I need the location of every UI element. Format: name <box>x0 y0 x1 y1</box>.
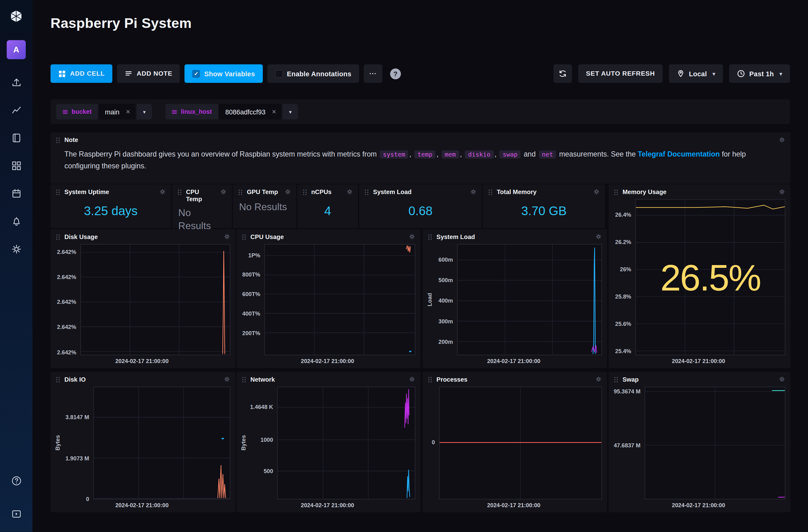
y-axis-ticks: 95.3674 M47.6837 M <box>611 386 644 499</box>
overflow-menu-button[interactable]: ··· <box>364 64 382 83</box>
y-tick-label: 1P% <box>248 252 260 258</box>
y-axis-ticks: 1P%800T%600T%400T%200T% <box>240 244 264 355</box>
sidebar-item-notebooks[interactable] <box>6 128 26 148</box>
x-axis-label: 2024-02-17 21:00:00 <box>426 355 602 367</box>
gear-icon[interactable] <box>224 233 231 242</box>
sidebar-item-help[interactable] <box>6 471 26 491</box>
help-badge[interactable]: ? <box>390 68 401 79</box>
sidebar-item-home[interactable] <box>0 0 33 33</box>
drag-handle-icon[interactable] <box>56 189 60 197</box>
measurement-chip: swap <box>500 150 521 159</box>
add-note-button[interactable]: ADD NOTE <box>117 64 180 83</box>
measurement-chip: temp <box>414 150 435 159</box>
y-axis-ticks: 26.4%26.2%26%25.8%25.6%25.4% <box>611 200 635 355</box>
cell-disk-io: Disk IO Bytes 3.8147 M1.9073 M0 2024-02-… <box>51 372 236 512</box>
drag-handle-icon[interactable] <box>238 189 243 197</box>
gear-icon[interactable] <box>595 233 602 242</box>
telegraf-doc-link[interactable]: Telegraf Documentation <box>638 150 720 158</box>
cell-title: System Load <box>437 233 591 241</box>
sidebar-item-data-explorer[interactable] <box>6 100 26 120</box>
drag-handle-icon[interactable] <box>56 376 60 385</box>
gear-icon[interactable] <box>220 189 227 197</box>
sidebar-item-dashboards[interactable] <box>6 156 26 175</box>
cell-title: CPU Usage <box>251 233 405 241</box>
variable-linux-host-value[interactable]: 8086adfccf93 ✕ <box>219 104 281 119</box>
cell-memory-usage: Memory Usage 26.4%26.2%26%25.8%25.6%25.4… <box>608 185 790 368</box>
clear-icon[interactable]: ✕ <box>272 109 276 115</box>
variable-bucket-label[interactable]: bucket <box>56 104 98 119</box>
dashboard-toolbar: ADD CELL ADD NOTE ✓ Show Variables Enabl… <box>51 64 790 83</box>
disk-usage-chart: 2.642%2.642%2.642%2.642%2.642% <box>54 244 231 355</box>
cell-title: Disk Usage <box>65 233 220 241</box>
drag-handle-icon[interactable] <box>614 189 619 197</box>
stat-value: 3.25 days <box>51 198 171 228</box>
drag-handle-icon[interactable] <box>177 189 182 197</box>
gear-icon[interactable] <box>595 376 602 384</box>
drag-handle-icon[interactable] <box>242 376 246 385</box>
gear-icon[interactable] <box>778 189 785 197</box>
y-tick-label: 400m <box>438 298 453 304</box>
y-tick-label: 600T% <box>242 291 260 297</box>
y-axis-title: Load <box>426 244 434 355</box>
refresh-button[interactable] <box>554 64 572 83</box>
drag-handle-icon[interactable] <box>242 234 246 242</box>
disk-io-chart: Bytes 3.8147 M1.9073 M0 <box>54 386 231 499</box>
drag-handle-icon[interactable] <box>614 376 619 385</box>
set-auto-refresh-button[interactable]: SET AUTO REFRESH <box>579 64 663 83</box>
y-axis-title: Bytes <box>54 386 61 499</box>
y-axis-ticks: 1.4648 K1000500 <box>247 386 277 499</box>
y-tick-label: 2.642% <box>57 299 76 305</box>
drag-handle-icon[interactable] <box>56 137 60 146</box>
gear-icon[interactable] <box>159 189 166 197</box>
sidebar-item-alerts[interactable] <box>6 212 26 231</box>
gear-icon[interactable] <box>409 233 416 242</box>
no-results-message: No Results <box>233 198 296 228</box>
show-variables-toggle[interactable]: ✓ Show Variables <box>185 64 262 83</box>
drag-handle-icon[interactable] <box>56 234 60 242</box>
clear-icon[interactable]: ✕ <box>126 109 130 115</box>
time-range-dropdown[interactable]: Past 1h ▾ <box>729 64 790 83</box>
y-tick-label: 500m <box>438 277 453 283</box>
variable-bucket-value[interactable]: main ✕ <box>99 104 135 119</box>
gear-icon[interactable] <box>284 189 291 197</box>
drag-handle-icon[interactable] <box>427 234 432 242</box>
drag-handle-icon[interactable] <box>427 376 432 385</box>
add-cell-button[interactable]: ADD CELL <box>51 64 113 83</box>
plot-area <box>645 386 785 499</box>
timezone-dropdown[interactable]: Local ▾ <box>669 64 723 83</box>
drag-handle-icon[interactable] <box>364 189 369 197</box>
variable-linux-host-caret[interactable]: ▾ <box>283 104 298 119</box>
toolbar-right: SET AUTO REFRESH Local ▾ Past 1h ▾ <box>554 64 790 83</box>
cell-title: Total Memory <box>497 189 589 196</box>
variable-bucket-caret[interactable]: ▾ <box>136 104 152 119</box>
cell-title: CPU Temp <box>186 189 216 203</box>
x-axis-label: 2024-02-17 21:00:00 <box>240 499 415 511</box>
gear-icon[interactable] <box>593 189 600 197</box>
gear-icon[interactable] <box>778 376 785 384</box>
sidebar-item-tasks[interactable] <box>6 184 26 203</box>
hamburger-icon <box>171 109 177 114</box>
y-tick-label: 1.9073 M <box>66 455 89 461</box>
sidebar-item-settings[interactable] <box>6 239 26 259</box>
plot-area <box>93 386 231 499</box>
sidebar-item-presentation[interactable] <box>6 504 26 524</box>
drag-handle-icon[interactable] <box>488 189 493 197</box>
drag-handle-icon[interactable] <box>302 189 307 197</box>
gear-icon[interactable] <box>778 136 785 145</box>
chevron-down-icon: ▾ <box>779 71 782 76</box>
gear-icon[interactable] <box>470 189 477 197</box>
y-tick-label: 2.642% <box>57 249 76 255</box>
y-tick-label: 600m <box>438 256 453 263</box>
sidebar-item-upload[interactable] <box>6 73 26 92</box>
y-tick-label: 200m <box>438 339 453 345</box>
variable-linux-host-label[interactable]: linux_host <box>165 104 218 119</box>
y-tick-label: 47.6837 M <box>614 442 640 448</box>
cell-title: Disk IO <box>65 376 220 383</box>
gear-icon[interactable] <box>346 189 353 197</box>
avatar[interactable]: A <box>7 40 26 59</box>
cell-network: Network Bytes 1.4648 K1000500 2024-02-17… <box>236 372 420 512</box>
gear-icon[interactable] <box>409 376 416 384</box>
gear-icon[interactable] <box>224 376 231 384</box>
y-tick-label: 200T% <box>242 330 260 336</box>
enable-annotations-toggle[interactable]: Enable Annotations <box>267 64 359 83</box>
